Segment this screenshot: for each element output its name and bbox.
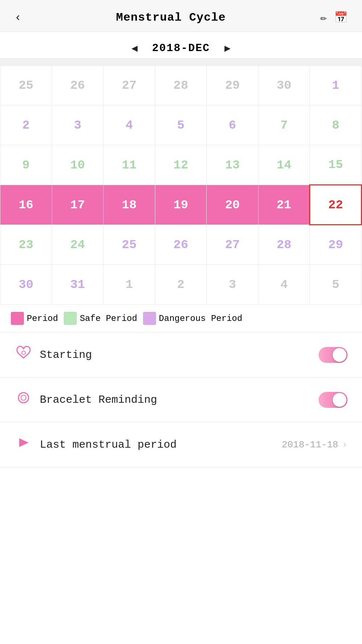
starting-label: Starting <box>40 349 311 361</box>
last-period-value-group: 2018-11-18 › <box>282 439 348 450</box>
calendar-day[interactable]: 4 <box>104 105 155 145</box>
header-icons: ✏ 📅 <box>320 11 348 24</box>
calendar-day[interactable]: 3 <box>52 105 104 145</box>
calendar-day[interactable]: 15 <box>310 145 362 185</box>
safe-color-box <box>64 312 77 325</box>
calendar-day[interactable]: 9 <box>0 145 52 185</box>
legend: Period Safe Period Dangerous Period <box>0 305 362 333</box>
safe-label: Safe Period <box>80 314 137 323</box>
calendar-day[interactable]: 19 <box>155 185 207 225</box>
bracelet-toggle-knob <box>333 393 346 407</box>
svg-marker-3 <box>19 438 29 447</box>
calendar-day[interactable]: 31 <box>52 265 104 305</box>
calendar-day[interactable]: 12 <box>155 145 207 185</box>
calendar-day[interactable]: 1 <box>104 265 155 305</box>
last-period-value: 2018-11-18 <box>282 439 338 450</box>
legend-dangerous: Dangerous Period <box>143 312 242 325</box>
calendar-day[interactable]: 10 <box>52 145 104 185</box>
calendar-day[interactable]: 30 <box>0 265 52 305</box>
header: ‹ Menstrual Cycle ✏ 📅 <box>0 0 362 32</box>
period-label: Period <box>27 314 58 323</box>
calendar-day[interactable]: 26 <box>52 66 104 105</box>
calendar-day[interactable]: 11 <box>104 145 155 185</box>
starting-toggle[interactable] <box>319 347 348 363</box>
calendar-container: 2526272829301234567891011121314151617181… <box>0 58 362 305</box>
legend-period: Period <box>11 312 58 325</box>
calendar-day[interactable]: 1 <box>310 66 362 105</box>
calendar-day[interactable]: 5 <box>155 105 207 145</box>
last-period-icon <box>14 435 33 454</box>
calendar-day[interactable]: 25 <box>0 66 52 105</box>
calendar-day[interactable]: 27 <box>207 225 258 265</box>
calendar-grid: 2526272829301234567891011121314151617181… <box>0 65 362 305</box>
dangerous-color-box <box>143 312 156 325</box>
calendar-day[interactable]: 17 <box>52 185 104 225</box>
last-period-row[interactable]: Last menstrual period 2018-11-18 › <box>0 422 362 467</box>
bracelet-icon <box>14 390 33 409</box>
legend-safe: Safe Period <box>64 312 137 325</box>
calendar-day[interactable]: 4 <box>258 265 310 305</box>
calendar-day[interactable]: 28 <box>258 225 310 265</box>
calendar-day[interactable]: 29 <box>310 225 362 265</box>
svg-point-0 <box>22 351 25 355</box>
calendar-day[interactable]: 3 <box>207 265 258 305</box>
calendar-day[interactable]: 6 <box>207 105 258 145</box>
calendar-day[interactable]: 27 <box>104 66 155 105</box>
calendar-day[interactable]: 2 <box>155 265 207 305</box>
chevron-right-icon: › <box>342 439 348 450</box>
calendar-day[interactable]: 7 <box>258 105 310 145</box>
bracelet-toggle[interactable] <box>319 392 348 408</box>
calendar-day[interactable]: 13 <box>207 145 258 185</box>
starting-row: Starting <box>0 333 362 377</box>
svg-point-2 <box>21 395 26 400</box>
calendar-day[interactable]: 14 <box>258 145 310 185</box>
calendar-day[interactable]: 2 <box>0 105 52 145</box>
calendar-day[interactable]: 26 <box>155 225 207 265</box>
calendar-day[interactable]: 30 <box>258 66 310 105</box>
svg-point-1 <box>18 393 29 403</box>
calendar-day[interactable]: 28 <box>155 66 207 105</box>
calendar-day[interactable]: 23 <box>0 225 52 265</box>
calendar-day[interactable]: 18 <box>104 185 155 225</box>
calendar-day[interactable]: 22 <box>310 185 362 225</box>
dangerous-label: Dangerous Period <box>159 314 242 323</box>
prev-month-button[interactable]: ◀ <box>131 42 138 54</box>
period-color-box <box>11 312 24 325</box>
bracelet-label: Bracelet Reminding <box>40 394 311 406</box>
month-nav: ◀ 2018-DEC ▶ <box>0 32 362 58</box>
calendar-day[interactable]: 5 <box>310 265 362 305</box>
starting-toggle-knob <box>333 348 346 362</box>
edit-icon[interactable]: ✏ <box>320 11 327 24</box>
calendar-day[interactable]: 8 <box>310 105 362 145</box>
bracelet-row: Bracelet Reminding <box>0 377 362 422</box>
page-title: Menstrual Cycle <box>116 11 226 24</box>
back-button[interactable]: ‹ <box>14 11 21 24</box>
calendar-day[interactable]: 16 <box>0 185 52 225</box>
next-month-button[interactable]: ▶ <box>224 42 231 54</box>
calendar-day[interactable]: 29 <box>207 66 258 105</box>
last-period-label: Last menstrual period <box>40 439 274 451</box>
calendar-day[interactable]: 21 <box>258 185 310 225</box>
calendar-day[interactable]: 20 <box>207 185 258 225</box>
calendar-day[interactable]: 25 <box>104 225 155 265</box>
calendar-icon[interactable]: 📅 <box>334 11 348 24</box>
month-label: 2018-DEC <box>152 42 210 54</box>
calendar-day[interactable]: 24 <box>52 225 104 265</box>
starting-icon <box>14 346 33 364</box>
